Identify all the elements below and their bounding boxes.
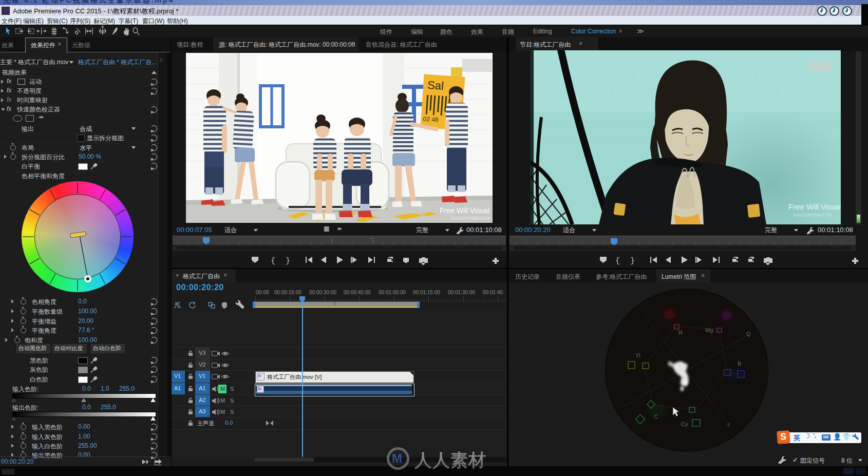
svg-text:C: C xyxy=(654,413,658,420)
svg-text:}: } xyxy=(286,257,290,265)
svg-text:-I: -I xyxy=(726,422,730,428)
svg-text:Free Will Visual: Free Will Visual xyxy=(788,202,841,211)
svg-text:Free Will Visual: Free Will Visual xyxy=(440,206,489,215)
svg-text:自由自在网拍摄影工作室: 自由自在网拍摄影工作室 xyxy=(793,213,833,217)
svg-text:{: { xyxy=(615,257,620,265)
svg-text:Yl: Yl xyxy=(635,352,640,358)
svg-text:Mg: Mg xyxy=(705,327,713,333)
svg-text:B: B xyxy=(738,360,741,367)
svg-text:自由自在网拍摄影工作室: 自由自在网拍摄影工作室 xyxy=(451,216,490,220)
svg-text:R: R xyxy=(678,330,683,336)
svg-text:02 48: 02 48 xyxy=(423,115,439,123)
svg-text:}: } xyxy=(630,257,635,265)
svg-text:Q: Q xyxy=(746,331,751,337)
svg-text:Cy: Cy xyxy=(681,421,688,427)
svg-text:{: { xyxy=(271,257,275,265)
svg-text:Sal: Sal xyxy=(427,79,444,92)
